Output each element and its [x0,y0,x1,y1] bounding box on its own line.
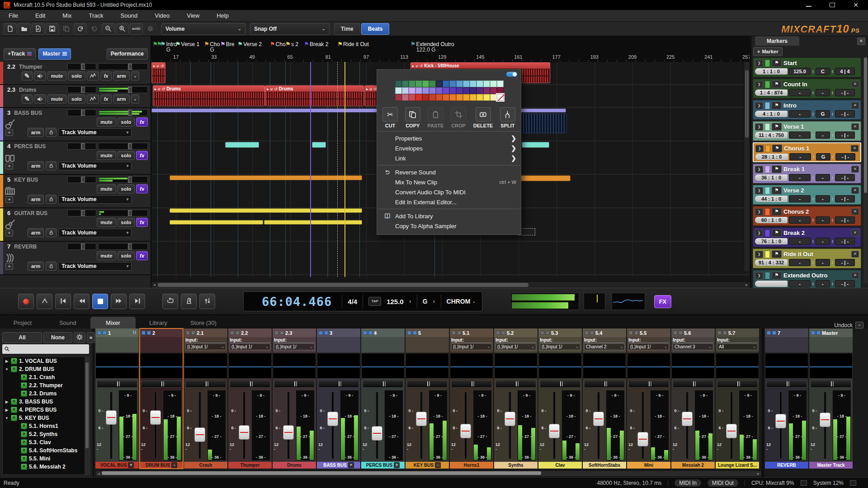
marker-timesig-field[interactable]: - | - [835,110,855,117]
marker-time-field[interactable]: 28 : 1 : 0 [755,154,788,160]
track-4[interactable]: 4 PERCS BUS mute solo fx + arm Track Vol… [0,141,151,175]
channel-badge[interactable]: + [394,462,400,468]
marker-delete-button[interactable]: ✕ [851,166,859,173]
collapse-sidebar-button[interactable]: « [87,332,95,343]
tree-right-arrow-icon[interactable]: ▶ [5,359,9,363]
channel-badge[interactable]: - [171,462,177,468]
color-swatch[interactable] [415,80,422,87]
channel-strip-1[interactable]: 1 0 -6 -12 - - 9 -- 18 -- 27 -- 36 - VOC… [95,328,139,469]
add-marker-button[interactable]: +Marker [753,47,783,56]
go-to-start-button[interactable] [55,294,71,309]
marker-row-break-1[interactable]: ❯ ⚑ Break 1 ✕ 36 : 1 : 0 - ▲▼ - ▲▼ - | - [753,164,861,183]
tab-mixer[interactable]: Mixer [90,317,136,328]
color-swatch[interactable] [483,94,490,101]
tempo-spinner[interactable]: ▲▼ [812,112,814,116]
color-swatch[interactable] [443,87,449,94]
volume-fader[interactable] [237,390,250,461]
input-dropdown[interactable]: Channel 2⌄ [584,343,625,350]
filter-settings-button[interactable] [74,332,85,343]
color-swatch[interactable] [415,94,422,101]
marker-expand-button[interactable]: ❯ [755,81,763,88]
rewind-button[interactable] [74,294,90,309]
marker-row-count-in[interactable]: ❯ ⚑ Count In ✕ 1 : 4 : 874 - ▲▼ - ▲▼ - |… [753,79,861,99]
marker-tempo-field[interactable]: - [789,280,811,287]
fx-button[interactable]: fx [100,71,112,80]
tree-item[interactable]: ✕ 5.5. Mini [3,455,90,463]
fader-knob[interactable] [106,410,117,425]
no-color-swatch[interactable] [497,94,504,101]
channel-strip-Master[interactable]: Master 0 -6 -12 - - 9 -- 18 -- 27 -- 36 … [809,328,853,469]
track-volume-meter[interactable] [98,143,148,150]
marker-color-chip[interactable] [765,251,770,258]
fader-knob[interactable] [505,412,515,426]
marker-name[interactable]: Chorus 1 [784,145,809,152]
channel-header[interactable]: 5.6 [671,328,715,337]
arm-button[interactable]: arm [28,195,44,204]
midi-clip[interactable] [170,175,362,180]
pan-slider[interactable] [495,380,536,388]
channel-strip-5.1[interactable]: 5.1 Input: (L)Input 1/⌄ 0 -6 -12 - - 9 -… [450,328,493,469]
channel-name-label[interactable]: Lounge Lizard S... [716,462,759,469]
volume-fader[interactable] [636,390,649,461]
undock-minimize-icon[interactable]: – [855,322,863,328]
marker-time-field[interactable] [755,281,788,287]
midi-clip[interactable] [519,175,571,181]
marker-key-field[interactable]: - [816,174,830,181]
marker-name[interactable]: Ride it Out [783,251,813,258]
marker-tempo-field[interactable]: - [789,153,811,160]
marker-name[interactable]: Verse 1 [783,123,804,130]
marker-name[interactable]: Start [783,60,797,66]
marker-timesig-field[interactable]: - | - [835,280,855,287]
input-dropdown[interactable]: (L)Input 1/⌄ [274,343,315,350]
draw-tool-button[interactable]: ✎ [22,71,33,80]
marker-name[interactable]: Extended Outro [783,272,828,279]
loop-button[interactable] [162,294,178,309]
channel-header[interactable]: 1 [95,328,139,337]
color-swatch[interactable] [429,94,436,101]
color-swatch[interactable] [436,87,443,94]
flag-icon[interactable]: ⚑ [772,102,782,109]
key-spinner[interactable]: ▲▼ [831,176,834,179]
marker-key-field[interactable]: - [816,131,830,139]
key-spinner[interactable]: ▲▼ [831,91,834,94]
color-swatch[interactable] [470,80,476,87]
automation-mode-dropdown[interactable]: Volume⌄ [161,23,245,35]
tempo-spinner[interactable]: ▲▼ [812,218,814,222]
fx-button[interactable]: fx [136,117,148,127]
marker-row-chorus-1[interactable]: ❯ ⚑ Chorus 1 ✕ 28 : 1 : 0 - ▲▼ G ▲▼ - | … [753,142,861,162]
marker-time-field[interactable]: 1 : 1 : 0 [755,68,788,75]
fader-knob[interactable] [775,414,786,428]
flag-icon[interactable]: ⚑ [772,165,782,173]
pan-slider[interactable] [451,380,492,388]
pan-slider[interactable] [97,380,137,388]
channel-strip-5.6[interactable]: 5.6 Input: Channel 3⌄ 0 -6 -12 - - 9 -- … [671,328,715,469]
channel-badge[interactable]: + [128,462,134,468]
track-volume-meter[interactable] [98,176,148,183]
marker-delete-button[interactable]: ✕ [851,208,859,215]
tempo-spinner[interactable]: ▲▼ [812,91,814,94]
marker-timesig-field[interactable]: 4 | 4 [835,68,855,75]
fader-knob[interactable] [637,432,648,446]
input-dropdown[interactable]: (L)Input 1/⌄ [230,343,270,350]
filter-none-button[interactable]: None [43,332,72,343]
color-swatch[interactable] [409,87,415,94]
open-project-icon[interactable] [18,23,31,35]
volume-fader[interactable] [370,390,383,461]
channel-header[interactable]: 5.1 [450,328,493,337]
channel-eq-display[interactable] [765,353,808,379]
volume-fader[interactable] [774,390,787,461]
marker-delete-button[interactable]: ✕ [851,81,859,88]
channel-badge[interactable]: - [435,462,441,468]
tree-down-arrow-icon[interactable]: ▼ [5,416,9,420]
marker-row-break-2[interactable]: ❯ ⚑ Break 2 ✕ 76 : 1 : 0 - ▲▼ - ▲▼ - | - [753,227,861,247]
checkbox-icon[interactable]: ✕ [21,423,27,429]
channel-header[interactable]: 5.5 [627,328,670,337]
tempo-spinner[interactable]: ▲▼ [812,197,814,201]
menu-view[interactable]: View [178,12,208,19]
channel-eq-display[interactable] [406,353,448,379]
volume-fader[interactable] [680,390,693,461]
channel-header[interactable]: Master [809,328,853,337]
color-swatch[interactable] [476,80,483,87]
marker-row-extended-outro[interactable]: ❯ ⚑ Extended Outro ✕ - ▲▼ - ▲▼ - | - [753,270,861,288]
lock-icon[interactable] [46,262,57,271]
